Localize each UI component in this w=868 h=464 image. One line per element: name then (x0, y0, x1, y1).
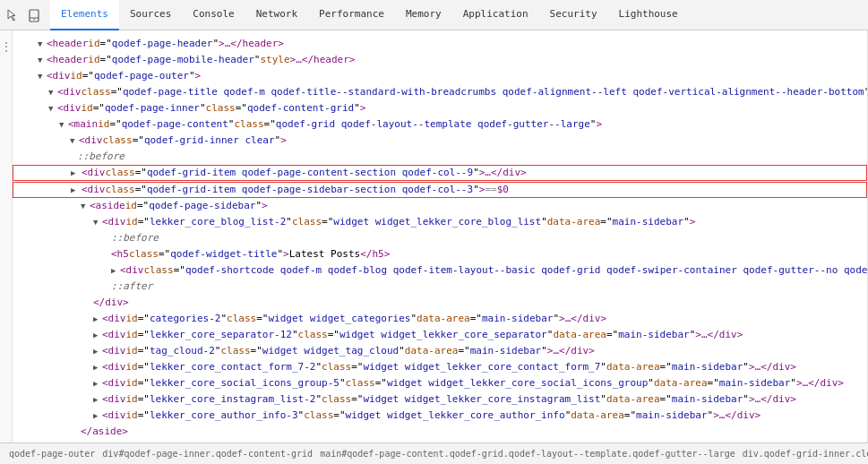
triangle-toggle[interactable] (59, 116, 68, 133)
dom-tree: <header id="qodef-page-header">…</header… (13, 34, 867, 443)
breadcrumb-item[interactable]: main#qodef-page-content.qodef-grid.qodef… (316, 449, 739, 459)
devtools-main-content: ⋮ <header id="qodef-page-header">…</head… (0, 30, 868, 443)
dom-line[interactable]: </aside> (13, 424, 867, 440)
gutter-icon: ⋮ (0, 39, 13, 54)
dom-line[interactable]: <aside id="qodef-page-sidebar"> (13, 198, 867, 214)
dom-line[interactable]: </div> (13, 295, 867, 311)
dom-line[interactable]: <div id="lekker_core_instagram_list-2" c… (13, 391, 867, 408)
toggle-device-button[interactable] (25, 6, 43, 24)
dom-line-highlighted-sidebar[interactable]: <div class="qodef-grid-item qodef-page-s… (13, 182, 867, 198)
dom-line[interactable]: <div id="lekker_core_separator-12" class… (13, 327, 867, 343)
triangle-toggle[interactable] (71, 182, 80, 198)
devtools-tab-bar: Elements Sources Console Network Perform… (50, 0, 689, 30)
triangle-toggle[interactable] (93, 359, 102, 375)
triangle-toggle[interactable] (38, 52, 47, 68)
tab-performance[interactable]: Performance (308, 0, 395, 30)
breadcrumb-item[interactable]: div#qodef-page-inner.qodef-content-grid (99, 449, 316, 459)
triangle-toggle[interactable] (70, 133, 79, 149)
inspect-element-button[interactable] (4, 6, 21, 24)
tab-sources[interactable]: Sources (119, 0, 182, 30)
elements-panel[interactable]: <header id="qodef-page-header">…</header… (13, 30, 868, 443)
side-gutter: ⋮ (0, 30, 13, 443)
triangle-toggle[interactable] (38, 36, 47, 52)
tab-console[interactable]: Console (182, 0, 245, 30)
tab-network[interactable]: Network (245, 0, 308, 30)
triangle-toggle[interactable] (93, 408, 102, 424)
tab-application[interactable]: Application (452, 0, 539, 30)
dom-line[interactable]: <header id="qodef-page-header">…</header… (13, 36, 867, 52)
triangle-toggle[interactable] (93, 311, 102, 327)
dom-line[interactable]: <main id="qodef-page-content" class="qod… (13, 116, 867, 133)
triangle-toggle[interactable] (38, 68, 47, 84)
breadcrumb-item[interactable]: div.qodef-grid-inner.clear (739, 449, 868, 459)
triangle-toggle[interactable] (93, 214, 102, 230)
tab-elements[interactable]: Elements (50, 0, 119, 30)
dom-line[interactable]: <div class="qodef-grid-inner clear"> (13, 133, 867, 149)
triangle-toggle[interactable] (48, 84, 57, 100)
dom-line[interactable]: <div id="lekker_core_blog_list-2" class=… (13, 214, 867, 230)
dom-line[interactable]: <h5 class="qodef-widget-title">Latest Po… (13, 246, 867, 262)
dom-line[interactable]: <div id="lekker_core_contact_form_7-2" c… (13, 359, 867, 375)
dom-line[interactable]: <div id="tag_cloud-2" class="widget widg… (13, 343, 867, 359)
toolbar-icon-group (4, 6, 43, 24)
devtools-toolbar: Elements Sources Console Network Perform… (0, 0, 868, 30)
dom-line[interactable]: <div id="categories-2" class="widget wid… (13, 311, 867, 327)
breadcrumb-bar: qodef-page-outer div#qodef-page-inner.qo… (0, 443, 868, 464)
dom-line[interactable]: ::before (13, 230, 867, 246)
dom-line[interactable]: <div class="qodef-shortcode qodef-m qode… (13, 262, 867, 279)
svg-point-2 (33, 18, 35, 20)
triangle-toggle[interactable] (71, 165, 80, 181)
triangle-toggle[interactable] (111, 262, 120, 279)
dom-line-highlighted-content[interactable]: <div class="qodef-grid-item qodef-page-c… (13, 165, 867, 181)
triangle-toggle[interactable] (48, 100, 57, 116)
dom-line[interactable]: ::before (13, 149, 867, 165)
tab-lighthouse[interactable]: Lighthouse (608, 0, 689, 30)
dom-line[interactable]: ::after (13, 279, 867, 295)
tab-memory[interactable]: Memory (395, 0, 452, 30)
dom-line[interactable]: <div id="qodef-page-outer"> (13, 68, 867, 84)
dom-line[interactable]: <div id="lekker_core_social_icons_group-… (13, 375, 867, 391)
triangle-toggle[interactable] (81, 198, 90, 214)
dom-line[interactable]: <div id="lekker_core_author_info-3" clas… (13, 408, 867, 424)
dom-line[interactable]: <div class="qodef-page-title qodef-m qod… (13, 84, 867, 100)
dom-line[interactable]: <div id="qodef-page-inner" class="qodef-… (13, 100, 867, 116)
triangle-toggle[interactable] (93, 375, 102, 391)
breadcrumb-item[interactable]: qodef-page-outer (5, 449, 99, 459)
tab-security[interactable]: Security (539, 0, 608, 30)
triangle-toggle[interactable] (93, 327, 102, 343)
triangle-toggle[interactable] (93, 391, 102, 408)
triangle-toggle[interactable] (93, 343, 102, 359)
dom-line[interactable]: <header id="qodef-page-mobile-header" st… (13, 52, 867, 68)
